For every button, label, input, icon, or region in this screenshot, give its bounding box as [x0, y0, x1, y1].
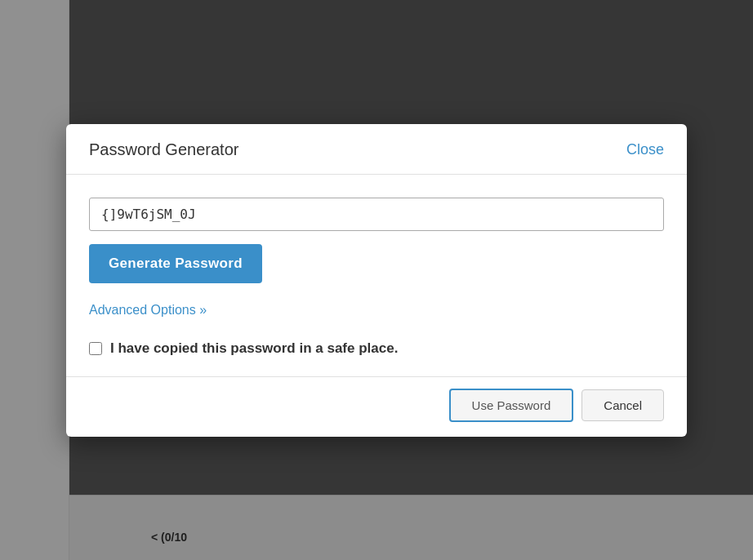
- cancel-button[interactable]: Cancel: [581, 389, 664, 421]
- password-input[interactable]: [89, 198, 664, 231]
- password-generator-modal: Password Generator Close Generate Passwo…: [66, 124, 687, 437]
- close-button[interactable]: Close: [626, 141, 664, 158]
- modal-body: Generate Password Advanced Options » I h…: [66, 175, 687, 376]
- advanced-options-link[interactable]: Advanced Options »: [89, 303, 664, 318]
- generate-password-button[interactable]: Generate Password: [89, 244, 262, 283]
- modal-footer: Use Password Cancel: [66, 376, 687, 437]
- copied-password-checkbox[interactable]: [89, 342, 102, 355]
- modal-overlay: Password Generator Close Generate Passwo…: [0, 0, 753, 560]
- checkbox-label: I have copied this password in a safe pl…: [110, 340, 398, 357]
- modal-title: Password Generator: [89, 140, 238, 159]
- use-password-button[interactable]: Use Password: [449, 389, 574, 422]
- modal-header: Password Generator Close: [66, 124, 687, 175]
- checkbox-row: I have copied this password in a safe pl…: [89, 340, 664, 357]
